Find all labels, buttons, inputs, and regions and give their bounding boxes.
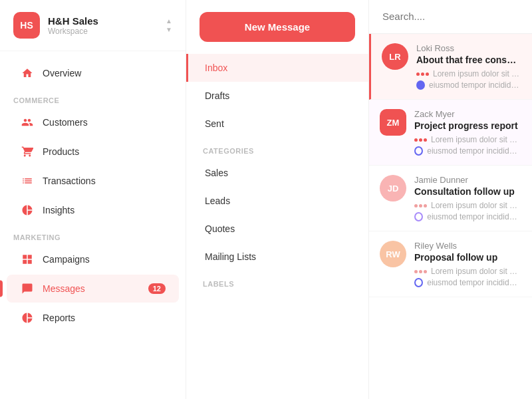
tag-icon-4	[414, 278, 423, 287]
message-item-jamie-dunner[interactable]: JD Jamie Dunner Consultation follow up L…	[369, 166, 532, 231]
dots-4	[414, 270, 427, 273]
preview2-3: eiusmod tempor incididunt ut	[427, 212, 521, 221]
preview-row2-2: eiusmod tempor incididunt ut	[414, 146, 521, 156]
sales-label: Sales	[205, 168, 228, 178]
dot-2	[421, 72, 424, 76]
sender-4: Riley Wells	[414, 241, 521, 251]
sidebar-item-reports[interactable]: Reports	[7, 304, 179, 332]
meta-2: Lorem ipsum dolor sit amet, co	[414, 135, 521, 144]
labels-section-label: Labels	[186, 271, 368, 292]
preview2-1: eiusmod tempor incididunt ut	[429, 80, 521, 90]
meta-3: Lorem ipsum dolor sit amet, co	[414, 201, 521, 210]
preview-2: Lorem ipsum dolor sit amet, co	[431, 135, 521, 144]
dot-4	[414, 138, 418, 142]
sidebar-item-campaigns[interactable]: Campaigns	[7, 245, 179, 273]
search-input[interactable]	[382, 11, 519, 22]
transactions-icon	[20, 174, 35, 188]
sidebar-item-messages-label: Messages	[43, 283, 148, 294]
subject-2: Project progress report	[414, 120, 521, 131]
sidebar-item-transactions-label: Transactions	[43, 176, 166, 186]
subject-3: Consultation follow up	[414, 186, 521, 197]
categories-section-label: Categories	[186, 138, 368, 159]
preview-4: Lorem ipsum dolor sit amet, co	[431, 267, 521, 276]
dot-12	[424, 270, 427, 273]
search-bar	[369, 0, 532, 34]
sidebar-item-customers[interactable]: Customers	[7, 108, 179, 136]
sidebar-item-transactions[interactable]: Transactions	[7, 167, 179, 195]
grid-icon	[20, 252, 35, 267]
sidebar-item-insights-label: Insights	[43, 205, 166, 215]
sidebar-item-products[interactable]: Products	[7, 138, 179, 166]
sidebar-item-products-label: Products	[43, 146, 166, 157]
inbox-label: Inbox	[205, 63, 227, 73]
sidebar-nav: Overview Commerce Customers Products Tra…	[0, 51, 186, 399]
dot-1	[416, 72, 420, 76]
sidebar-item-insights[interactable]: Insights	[7, 196, 179, 224]
workspace-arrows[interactable]: ▲ ▼	[166, 17, 172, 33]
sidebar-item-overview[interactable]: Overview	[7, 59, 179, 87]
tag-icon-1	[416, 80, 425, 90]
dot-10	[414, 270, 418, 273]
dots-1	[416, 72, 429, 76]
message-content-2: Zack Myer Project progress report Lorem …	[414, 109, 521, 156]
subject-4: Proposal follow up	[414, 252, 521, 263]
workspace-info: H&H Sales Workspace	[48, 15, 166, 36]
home-icon	[20, 66, 35, 80]
workspace-subtitle: Workspace	[48, 27, 166, 36]
tag-icon-3	[414, 212, 423, 221]
message-content-4: Riley Wells Proposal follow up Lorem ips…	[414, 241, 521, 287]
preview2-2: eiusmod tempor incididunt ut	[427, 146, 521, 156]
reports-icon	[20, 311, 35, 325]
message-item-loki-ross[interactable]: LR Loki Ross About that free consultatio…	[369, 34, 532, 100]
sidebar-item-reports-label: Reports	[43, 313, 166, 323]
preview-row2-3: eiusmod tempor incididunt ut	[414, 212, 521, 221]
preview-row2-1: eiusmod tempor incididunt ut	[416, 80, 521, 90]
sidebar-item-customers-label: Customers	[43, 117, 166, 128]
dot-9	[424, 204, 427, 207]
nav-drafts[interactable]: Drafts	[186, 82, 368, 110]
marketing-section-label: Marketing	[0, 225, 186, 244]
meta-4: Lorem ipsum dolor sit amet, co	[414, 267, 521, 276]
workspace-header: HS H&H Sales Workspace ▲ ▼	[0, 0, 186, 51]
middle-panel: New Message Inbox Drafts Sent Categories…	[186, 0, 369, 399]
sidebar-item-overview-label: Overview	[43, 68, 166, 78]
users-icon	[20, 115, 35, 130]
dots-2	[414, 138, 427, 142]
cart-icon	[20, 144, 35, 159]
workspace-name: H&H Sales	[48, 15, 166, 27]
nav-mailing-lists[interactable]: Mailing Lists	[186, 243, 368, 271]
nav-sales[interactable]: Sales	[186, 159, 368, 187]
leads-label: Leads	[205, 196, 230, 206]
sidebar: HS H&H Sales Workspace ▲ ▼ Overview Comm…	[0, 0, 186, 399]
nav-sent[interactable]: Sent	[186, 110, 368, 138]
message-item-riley-wells[interactable]: RW Riley Wells Proposal follow up Lorem …	[369, 231, 532, 297]
nav-quotes[interactable]: Quotes	[186, 215, 368, 243]
nav-inbox[interactable]: Inbox	[186, 54, 368, 82]
drafts-label: Drafts	[205, 90, 229, 101]
sender-3: Jamie Dunner	[414, 175, 521, 185]
dot-11	[419, 270, 422, 273]
preview-1: Lorem ipsum dolor sit amet, co	[433, 69, 521, 78]
avatar-lr: LR	[382, 43, 408, 70]
avatar-rw: RW	[380, 241, 406, 267]
tag-icon-2	[414, 146, 423, 156]
dot-5	[419, 138, 422, 142]
message-content-1: Loki Ross About that free consultatio Lo…	[416, 43, 521, 90]
preview-row2-4: eiusmod tempor incididunt ut	[414, 278, 521, 287]
chat-icon	[20, 281, 35, 296]
right-panel: LR Loki Ross About that free consultatio…	[369, 0, 532, 399]
subject-1: About that free consultatio	[416, 55, 521, 65]
sent-label: Sent	[205, 118, 224, 129]
message-content-3: Jamie Dunner Consultation follow up Lore…	[414, 175, 521, 221]
new-message-button[interactable]: New Message	[200, 12, 355, 42]
message-item-zack-myer[interactable]: ZM Zack Myer Project progress report Lor…	[369, 100, 532, 166]
avatar-zm: ZM	[380, 109, 406, 136]
quotes-label: Quotes	[205, 223, 235, 234]
messages-badge: 12	[148, 283, 166, 294]
nav-leads[interactable]: Leads	[186, 187, 368, 215]
dot-8	[419, 204, 422, 207]
sender-2: Zack Myer	[414, 109, 521, 119]
dot-6	[424, 138, 427, 142]
sidebar-item-messages[interactable]: Messages 12	[7, 275, 179, 303]
preview-3: Lorem ipsum dolor sit amet, co	[431, 201, 521, 210]
